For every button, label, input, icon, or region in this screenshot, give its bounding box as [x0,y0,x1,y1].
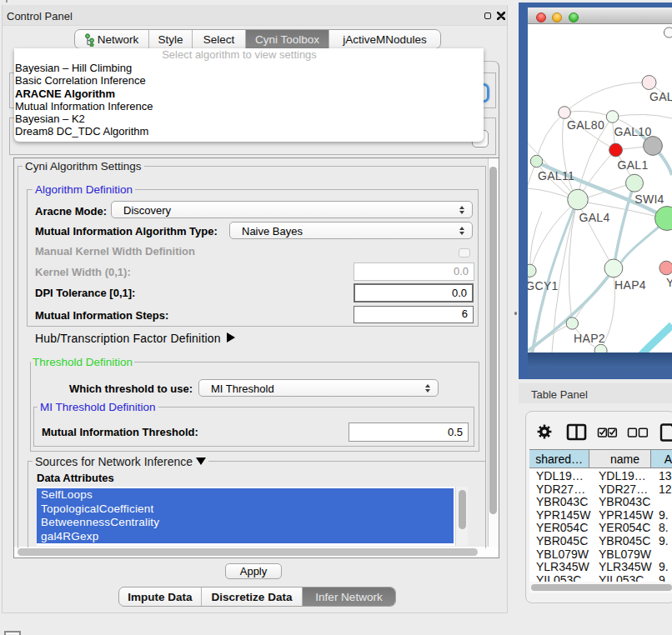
svg-text:GCY1: GCY1 [528,279,559,292]
svg-text:GAL2: GAL2 [649,90,672,103]
svg-text:HAP4: HAP4 [614,278,646,292]
svg-text:SWI4: SWI4 [634,192,664,206]
svg-text:HAP2: HAP2 [574,332,605,345]
svg-text:GAL4: GAL4 [579,211,610,224]
svg-text:GAL11: GAL11 [538,169,574,182]
svg-text:GAL1: GAL1 [618,158,649,172]
svg-text:GAL10: GAL10 [614,125,651,138]
svg-text:YB: YB [666,276,672,289]
svg-text:GAL80: GAL80 [567,118,604,132]
